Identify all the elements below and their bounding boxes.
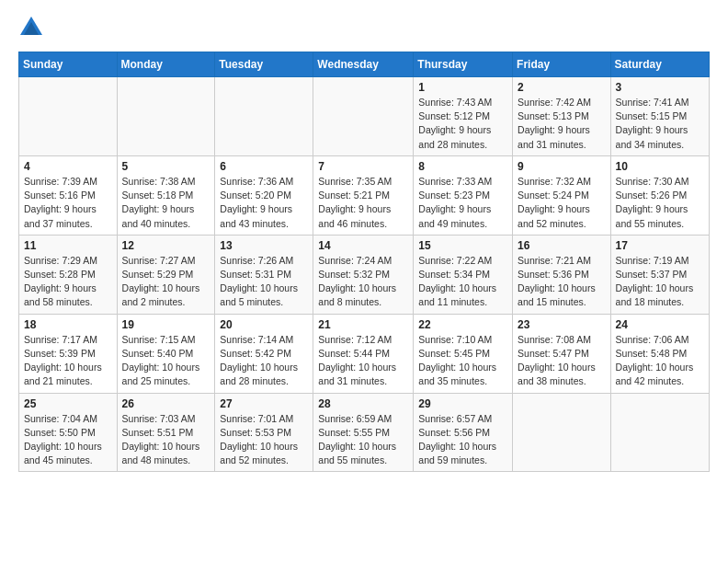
day-number: 7 [318, 160, 408, 173]
day-info: Sunrise: 7:30 AM Sunset: 5:26 PM Dayligh… [616, 175, 704, 231]
weekday-header-saturday: Saturday [610, 52, 709, 77]
day-number: 9 [518, 160, 606, 173]
weekday-header-thursday: Thursday [414, 52, 513, 77]
calendar-cell: 9Sunrise: 7:32 AM Sunset: 5:24 PM Daylig… [513, 155, 611, 235]
day-number: 24 [616, 318, 704, 331]
day-number: 22 [418, 318, 507, 331]
day-info: Sunrise: 6:57 AM Sunset: 5:56 PM Dayligh… [418, 412, 507, 468]
day-info: Sunrise: 7:27 AM Sunset: 5:29 PM Dayligh… [122, 254, 210, 310]
calendar-cell: 2Sunrise: 7:42 AM Sunset: 5:13 PM Daylig… [513, 77, 611, 156]
day-number: 6 [220, 160, 308, 173]
day-info: Sunrise: 7:14 AM Sunset: 5:42 PM Dayligh… [220, 333, 308, 389]
logo-icon [18, 15, 44, 40]
day-info: Sunrise: 7:04 AM Sunset: 5:50 PM Dayligh… [24, 412, 112, 468]
calendar-cell: 16Sunrise: 7:21 AM Sunset: 5:36 PM Dayli… [513, 235, 611, 314]
day-number: 8 [418, 160, 507, 173]
day-info: Sunrise: 7:08 AM Sunset: 5:47 PM Dayligh… [518, 333, 606, 389]
calendar-cell: 21Sunrise: 7:12 AM Sunset: 5:44 PM Dayli… [313, 314, 414, 393]
calendar-cell: 14Sunrise: 7:24 AM Sunset: 5:32 PM Dayli… [313, 235, 414, 314]
day-info: Sunrise: 7:39 AM Sunset: 5:16 PM Dayligh… [24, 175, 112, 231]
day-number: 16 [518, 239, 606, 252]
day-info: Sunrise: 7:03 AM Sunset: 5:51 PM Dayligh… [122, 412, 210, 468]
calendar-cell: 25Sunrise: 7:04 AM Sunset: 5:50 PM Dayli… [19, 393, 118, 472]
calendar-cell: 15Sunrise: 7:22 AM Sunset: 5:34 PM Dayli… [414, 235, 513, 314]
day-number: 29 [418, 397, 507, 410]
calendar-cell: 8Sunrise: 7:33 AM Sunset: 5:23 PM Daylig… [414, 155, 513, 235]
calendar-cell [313, 77, 414, 156]
calendar-cell [610, 393, 709, 472]
calendar-cell: 18Sunrise: 7:17 AM Sunset: 5:39 PM Dayli… [19, 314, 118, 393]
day-info: Sunrise: 7:29 AM Sunset: 5:28 PM Dayligh… [24, 254, 112, 310]
day-info: Sunrise: 7:15 AM Sunset: 5:40 PM Dayligh… [122, 333, 210, 389]
day-info: Sunrise: 7:19 AM Sunset: 5:37 PM Dayligh… [616, 254, 704, 310]
calendar-cell: 1Sunrise: 7:43 AM Sunset: 5:12 PM Daylig… [414, 77, 513, 156]
day-number: 4 [24, 160, 112, 173]
logo [18, 15, 48, 40]
day-number: 5 [122, 160, 210, 173]
calendar-week-row: 18Sunrise: 7:17 AM Sunset: 5:39 PM Dayli… [19, 314, 710, 393]
calendar-week-row: 11Sunrise: 7:29 AM Sunset: 5:28 PM Dayli… [19, 235, 710, 314]
day-number: 26 [122, 397, 210, 410]
calendar-cell: 29Sunrise: 6:57 AM Sunset: 5:56 PM Dayli… [414, 393, 513, 472]
day-info: Sunrise: 7:43 AM Sunset: 5:12 PM Dayligh… [418, 96, 507, 152]
weekday-header-friday: Friday [513, 52, 611, 77]
day-info: Sunrise: 7:10 AM Sunset: 5:45 PM Dayligh… [418, 333, 507, 389]
calendar-week-row: 25Sunrise: 7:04 AM Sunset: 5:50 PM Dayli… [19, 393, 710, 472]
day-number: 10 [616, 160, 704, 173]
calendar-cell: 24Sunrise: 7:06 AM Sunset: 5:48 PM Dayli… [610, 314, 709, 393]
calendar-cell: 20Sunrise: 7:14 AM Sunset: 5:42 PM Dayli… [215, 314, 313, 393]
calendar-cell: 23Sunrise: 7:08 AM Sunset: 5:47 PM Dayli… [513, 314, 611, 393]
day-number: 23 [518, 318, 606, 331]
day-info: Sunrise: 7:35 AM Sunset: 5:21 PM Dayligh… [318, 175, 408, 231]
day-number: 17 [616, 239, 704, 252]
page-header [18, 15, 710, 40]
calendar-cell: 13Sunrise: 7:26 AM Sunset: 5:31 PM Dayli… [215, 235, 313, 314]
day-number: 3 [616, 81, 704, 94]
calendar-table: SundayMondayTuesdayWednesdayThursdayFrid… [18, 52, 710, 472]
day-number: 14 [318, 239, 408, 252]
day-number: 12 [122, 239, 210, 252]
calendar-week-row: 1Sunrise: 7:43 AM Sunset: 5:12 PM Daylig… [19, 77, 710, 156]
calendar-cell: 17Sunrise: 7:19 AM Sunset: 5:37 PM Dayli… [610, 235, 709, 314]
calendar-cell: 10Sunrise: 7:30 AM Sunset: 5:26 PM Dayli… [610, 155, 709, 235]
weekday-header-sunday: Sunday [19, 52, 118, 77]
day-number: 13 [220, 239, 308, 252]
day-number: 2 [518, 81, 606, 94]
day-info: Sunrise: 7:21 AM Sunset: 5:36 PM Dayligh… [518, 254, 606, 310]
calendar-week-row: 4Sunrise: 7:39 AM Sunset: 5:16 PM Daylig… [19, 155, 710, 235]
weekday-header-row: SundayMondayTuesdayWednesdayThursdayFrid… [19, 52, 710, 77]
day-info: Sunrise: 7:17 AM Sunset: 5:39 PM Dayligh… [24, 333, 112, 389]
day-info: Sunrise: 7:33 AM Sunset: 5:23 PM Dayligh… [418, 175, 507, 231]
day-number: 21 [318, 318, 408, 331]
day-info: Sunrise: 7:26 AM Sunset: 5:31 PM Dayligh… [220, 254, 308, 310]
calendar-cell: 12Sunrise: 7:27 AM Sunset: 5:29 PM Dayli… [117, 235, 215, 314]
day-info: Sunrise: 7:32 AM Sunset: 5:24 PM Dayligh… [518, 175, 606, 231]
calendar-cell: 3Sunrise: 7:41 AM Sunset: 5:15 PM Daylig… [610, 77, 709, 156]
calendar-cell: 5Sunrise: 7:38 AM Sunset: 5:18 PM Daylig… [117, 155, 215, 235]
day-info: Sunrise: 7:22 AM Sunset: 5:34 PM Dayligh… [418, 254, 507, 310]
day-info: Sunrise: 7:12 AM Sunset: 5:44 PM Dayligh… [318, 333, 408, 389]
day-info: Sunrise: 7:06 AM Sunset: 5:48 PM Dayligh… [616, 333, 704, 389]
calendar-cell: 7Sunrise: 7:35 AM Sunset: 5:21 PM Daylig… [313, 155, 414, 235]
day-info: Sunrise: 6:59 AM Sunset: 5:55 PM Dayligh… [318, 412, 408, 468]
day-info: Sunrise: 7:24 AM Sunset: 5:32 PM Dayligh… [318, 254, 408, 310]
calendar-cell: 22Sunrise: 7:10 AM Sunset: 5:45 PM Dayli… [414, 314, 513, 393]
day-number: 25 [24, 397, 112, 410]
weekday-header-wednesday: Wednesday [313, 52, 414, 77]
day-number: 18 [24, 318, 112, 331]
day-number: 11 [24, 239, 112, 252]
calendar-cell [215, 77, 313, 156]
day-number: 19 [122, 318, 210, 331]
day-info: Sunrise: 7:41 AM Sunset: 5:15 PM Dayligh… [616, 96, 704, 152]
weekday-header-tuesday: Tuesday [215, 52, 313, 77]
calendar-cell: 26Sunrise: 7:03 AM Sunset: 5:51 PM Dayli… [117, 393, 215, 472]
calendar-cell: 6Sunrise: 7:36 AM Sunset: 5:20 PM Daylig… [215, 155, 313, 235]
calendar-cell: 28Sunrise: 6:59 AM Sunset: 5:55 PM Dayli… [313, 393, 414, 472]
calendar-cell: 19Sunrise: 7:15 AM Sunset: 5:40 PM Dayli… [117, 314, 215, 393]
day-number: 15 [418, 239, 507, 252]
weekday-header-monday: Monday [117, 52, 215, 77]
day-info: Sunrise: 7:01 AM Sunset: 5:53 PM Dayligh… [220, 412, 308, 468]
calendar-cell: 4Sunrise: 7:39 AM Sunset: 5:16 PM Daylig… [19, 155, 118, 235]
day-info: Sunrise: 7:38 AM Sunset: 5:18 PM Dayligh… [122, 175, 210, 231]
day-number: 20 [220, 318, 308, 331]
